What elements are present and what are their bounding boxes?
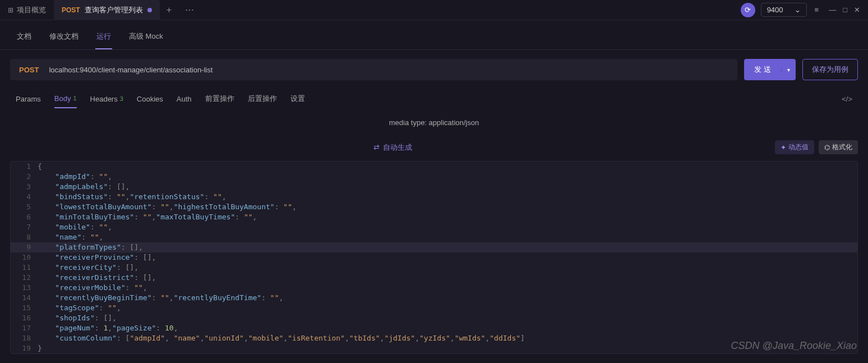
subtab-doc[interactable]: 文档 (16, 27, 33, 49)
line-content: } (38, 343, 42, 353)
line-number: 11 (11, 263, 38, 273)
line-number: 12 (11, 273, 38, 283)
req-tab-post[interactable]: 后置操作 (248, 89, 277, 108)
send-button[interactable]: 发 送 ▾ (744, 59, 796, 80)
send-button-label: 发 送 (744, 65, 781, 75)
menu-button[interactable]: ≡ (812, 3, 821, 16)
editor-line[interactable]: 9 "platformTypes": [], (11, 242, 857, 252)
line-content: "admpLabels": [], (38, 182, 130, 192)
line-number: 3 (11, 182, 38, 192)
editor-line[interactable]: 14 "recentlyBuyBeginTime": "","recentlyB… (11, 293, 857, 303)
editor-line[interactable]: 11 "receiverCity": [], (11, 263, 857, 273)
req-tab-pre[interactable]: 前置操作 (205, 89, 234, 108)
line-content: "tagScope": "", (38, 303, 121, 313)
editor-line[interactable]: 6 "minTotalBuyTimes": "","maxTotalBuyTim… (11, 212, 857, 222)
url-input[interactable]: localhost:9400/client-manage/client/asso… (49, 66, 728, 74)
dyn-val-label: 动态值 (788, 143, 809, 152)
editor-line[interactable]: 7 "mobile": "", (11, 222, 857, 232)
tab-more-button[interactable]: ⋯ (178, 4, 201, 15)
window-maximize-button[interactable]: □ (841, 4, 849, 15)
line-content: "receiverMobile": "", (38, 283, 147, 293)
subtab-mock[interactable]: 高级 Mock (128, 27, 164, 49)
line-content: "minTotalBuyTimes": "","maxTotalBuyTimes… (38, 212, 257, 222)
format-label: 格式化 (832, 143, 852, 152)
editor-line[interactable]: 5 "lowestTotalBuyAmount": "","highestTot… (11, 202, 857, 212)
sync-icon: ⇄ (373, 143, 380, 151)
line-content: "name": "", (38, 232, 103, 242)
auto-generate-button[interactable]: ⇄ 自动生成 (10, 143, 775, 153)
editor-line[interactable]: 13 "receiverMobile": "", (11, 283, 857, 293)
unsaved-dot-icon (147, 8, 152, 12)
line-number: 15 (11, 303, 38, 313)
grid-icon: ⊞ (8, 6, 13, 14)
line-number: 6 (11, 212, 38, 222)
url-bar[interactable]: POST localhost:9400/client-manage/client… (10, 59, 737, 80)
line-content: "platformTypes": [], (38, 242, 143, 252)
editor-line[interactable]: 16 "shopIds": [], (11, 313, 857, 323)
subtab-run[interactable]: 运行 (95, 27, 112, 49)
line-number: 13 (11, 283, 38, 293)
editor-line[interactable]: 19} (11, 343, 857, 353)
refresh-icon: ⟳ (745, 6, 751, 14)
line-number: 18 (11, 333, 38, 343)
dynamic-value-button[interactable]: ✦ 动态值 (775, 140, 814, 154)
editor-line[interactable]: 17 "pageNum": 1,"pageSize": 10, (11, 323, 857, 333)
line-content: "pageNum": 1,"pageSize": 10, (38, 323, 178, 333)
editor-line[interactable]: 2 "admpId": "", (11, 172, 857, 182)
editor-line[interactable]: 4 "bindStatus": "","retentionStatus": ""… (11, 192, 857, 202)
save-as-case-button[interactable]: 保存为用例 (802, 59, 858, 80)
url-row: POST localhost:9400/client-manage/client… (10, 59, 858, 80)
tab-title: 查询客户管理列表 (85, 5, 143, 15)
line-content: "shopIds": [], (38, 313, 117, 323)
line-content: "receiverProvince": [], (38, 252, 156, 263)
editor-line[interactable]: 12 "receiverDistrict": [], (11, 273, 857, 283)
editor-line[interactable]: 8 "name": "", (11, 232, 857, 242)
add-tab-button[interactable]: + (160, 5, 178, 15)
editor-line[interactable]: 18 "customColumn": ["admpId", "name","un… (11, 333, 857, 343)
line-number: 17 (11, 323, 38, 333)
editor-line[interactable]: 15 "tagScope": "", (11, 303, 857, 313)
overview-label: 项目概览 (17, 5, 46, 15)
window-minimize-button[interactable]: — (827, 4, 838, 15)
req-tab-params[interactable]: Params (16, 89, 41, 108)
line-content: "receiverDistrict": [], (38, 273, 156, 283)
editor-line[interactable]: 3 "admpLabels": [], (11, 182, 857, 192)
req-tab-cookies[interactable]: Cookies (137, 89, 163, 108)
body-badge: 1 (73, 95, 76, 102)
line-number: 1 (11, 162, 38, 172)
method-label: POST (19, 66, 39, 74)
line-content: "mobile": "", (38, 222, 112, 232)
env-value: 9400 (767, 6, 783, 14)
req-tab-headers[interactable]: Headers 3 (90, 89, 123, 108)
req-tab-body-label: Body (54, 94, 71, 103)
req-tab-settings[interactable]: 设置 (290, 89, 305, 108)
editor-line[interactable]: 1{ (11, 162, 857, 172)
code-view-button[interactable]: </> (842, 95, 852, 103)
line-number: 9 (11, 242, 38, 252)
project-overview-button[interactable]: ⊞ 项目概览 (0, 0, 54, 20)
line-content: "admpId": "", (38, 172, 112, 182)
req-tab-auth[interactable]: Auth (177, 89, 192, 108)
subtab-edit-doc[interactable]: 修改文档 (48, 27, 80, 49)
line-number: 8 (11, 232, 38, 242)
line-number: 7 (11, 222, 38, 232)
req-tab-body[interactable]: Body 1 (54, 89, 77, 108)
active-tab[interactable]: POST 查询客户管理列表 (54, 0, 160, 20)
editor-line[interactable]: 10 "receiverProvince": [], (11, 252, 857, 263)
environment-select[interactable]: 9400 ⌄ (761, 3, 807, 17)
line-number: 16 (11, 313, 38, 323)
format-icon: ⌬ (824, 144, 830, 151)
wand-icon: ✦ (781, 144, 786, 151)
headers-badge: 3 (120, 95, 123, 102)
line-number: 4 (11, 192, 38, 202)
doc-subtabs: 文档 修改文档 运行 高级 Mock (0, 20, 868, 50)
window-close-button[interactable]: ✕ (852, 4, 862, 15)
watermark: CSDN @Java_Rookie_Xiao (731, 340, 857, 352)
format-button[interactable]: ⌬ 格式化 (819, 140, 858, 154)
json-editor[interactable]: 1{2 "admpId": "",3 "admpLabels": [],4 "b… (10, 161, 858, 354)
refresh-button[interactable]: ⟳ (741, 3, 755, 17)
line-number: 2 (11, 172, 38, 182)
action-row: ⇄ 自动生成 ✦ 动态值 ⌬ 格式化 (0, 137, 868, 158)
send-dropdown-button[interactable]: ▾ (781, 67, 796, 73)
line-content: "lowestTotalBuyAmount": "","highestTotal… (38, 202, 297, 212)
